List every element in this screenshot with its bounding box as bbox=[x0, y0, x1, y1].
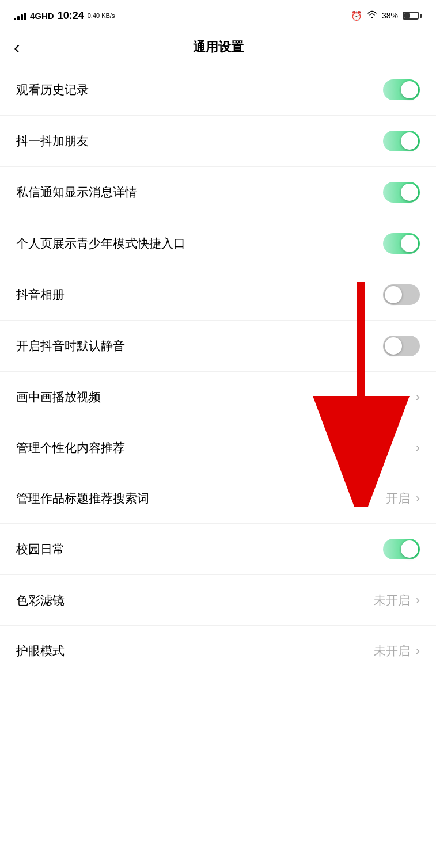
setting-item-shake-add-friend[interactable]: 抖一抖加朋友 bbox=[0, 116, 436, 167]
status-left: 4GHD 10:24 0.40 KB/s bbox=[14, 10, 115, 22]
status-text-title-recommend: 开启 bbox=[386, 490, 410, 507]
signal-icon bbox=[14, 11, 26, 20]
setting-label-personalized-content: 管理个性化内容推荐 bbox=[16, 440, 125, 456]
toggle-watch-history[interactable] bbox=[383, 79, 420, 100]
header: ‹ 通用设置 bbox=[0, 30, 436, 64]
toggle-dm-notification-detail[interactable] bbox=[383, 182, 420, 203]
chevron-personalized-content: › bbox=[416, 440, 420, 455]
setting-right-personalized-content: › bbox=[416, 440, 420, 455]
status-text-color-filter: 未开启 bbox=[374, 592, 410, 608]
alarm-icon: ⏰ bbox=[351, 10, 362, 21]
status-text-eye-care: 未开启 bbox=[374, 643, 410, 659]
toggle-default-mute[interactable] bbox=[383, 336, 420, 356]
setting-label-youth-mode-shortcut: 个人页展示青少年模式快捷入口 bbox=[16, 235, 185, 252]
setting-label-dm-notification-detail: 私信通知显示消息详情 bbox=[16, 184, 137, 200]
battery-percentage: 38% bbox=[382, 11, 398, 20]
setting-item-personalized-content[interactable]: 管理个性化内容推荐› bbox=[0, 422, 436, 473]
setting-right-default-mute bbox=[383, 336, 420, 356]
setting-label-watch-history: 观看历史记录 bbox=[16, 82, 89, 98]
setting-item-color-filter[interactable]: 色彩滤镜未开启› bbox=[0, 575, 436, 626]
setting-item-eye-care[interactable]: 护眼模式未开启› bbox=[0, 626, 436, 676]
setting-item-campus-daily[interactable]: 校园日常 bbox=[0, 524, 436, 575]
chevron-title-recommend: › bbox=[416, 491, 420, 506]
setting-item-douyin-album[interactable]: 抖音相册 bbox=[0, 269, 436, 321]
setting-item-title-recommend[interactable]: 管理作品标题推荐搜索词开启› bbox=[0, 473, 436, 524]
setting-right-watch-history bbox=[383, 79, 420, 100]
setting-label-shake-add-friend: 抖一抖加朋友 bbox=[16, 133, 89, 149]
setting-item-default-mute[interactable]: 开启抖音时默认静音 bbox=[0, 321, 436, 372]
battery-icon bbox=[403, 12, 422, 20]
back-button[interactable]: ‹ bbox=[14, 38, 20, 56]
setting-label-douyin-album: 抖音相册 bbox=[16, 287, 65, 303]
chevron-pip-video: › bbox=[416, 390, 420, 405]
chevron-color-filter: › bbox=[416, 593, 420, 608]
setting-label-campus-daily: 校园日常 bbox=[16, 541, 65, 557]
toggle-shake-add-friend[interactable] bbox=[383, 131, 420, 151]
time: 10:24 bbox=[58, 10, 84, 22]
network-type: 4GHD bbox=[30, 11, 54, 21]
setting-label-color-filter: 色彩滤镜 bbox=[16, 592, 65, 608]
toggle-douyin-album[interactable] bbox=[383, 284, 420, 305]
toggle-youth-mode-shortcut[interactable] bbox=[383, 233, 420, 254]
page-title: 通用设置 bbox=[193, 39, 244, 56]
setting-right-color-filter: 未开启› bbox=[374, 592, 420, 608]
toggle-campus-daily[interactable] bbox=[383, 539, 420, 559]
chevron-eye-care: › bbox=[416, 644, 420, 658]
setting-right-campus-daily bbox=[383, 539, 420, 559]
status-right: ⏰ 38% bbox=[351, 10, 422, 21]
status-bar: 4GHD 10:24 0.40 KB/s ⏰ 38% bbox=[0, 0, 436, 30]
setting-item-pip-video[interactable]: 画中画播放视频› bbox=[0, 372, 436, 422]
setting-label-pip-video: 画中画播放视频 bbox=[16, 389, 101, 405]
setting-label-title-recommend: 管理作品标题推荐搜索词 bbox=[16, 490, 149, 507]
setting-right-shake-add-friend bbox=[383, 131, 420, 151]
setting-right-title-recommend: 开启› bbox=[386, 490, 420, 507]
setting-right-dm-notification-detail bbox=[383, 182, 420, 203]
setting-item-youth-mode-shortcut[interactable]: 个人页展示青少年模式快捷入口 bbox=[0, 218, 436, 269]
setting-right-pip-video: › bbox=[416, 390, 420, 405]
setting-label-eye-care: 护眼模式 bbox=[16, 643, 65, 659]
setting-item-dm-notification-detail[interactable]: 私信通知显示消息详情 bbox=[0, 167, 436, 218]
setting-label-default-mute: 开启抖音时默认静音 bbox=[16, 338, 125, 354]
setting-right-douyin-album bbox=[383, 284, 420, 305]
speed: 0.40 KB/s bbox=[88, 12, 115, 19]
settings-list: 观看历史记录抖一抖加朋友私信通知显示消息详情个人页展示青少年模式快捷入口抖音相册… bbox=[0, 64, 436, 676]
wifi-icon bbox=[367, 10, 377, 21]
setting-right-eye-care: 未开启› bbox=[374, 643, 420, 659]
setting-right-youth-mode-shortcut bbox=[383, 233, 420, 254]
setting-item-watch-history[interactable]: 观看历史记录 bbox=[0, 64, 436, 116]
